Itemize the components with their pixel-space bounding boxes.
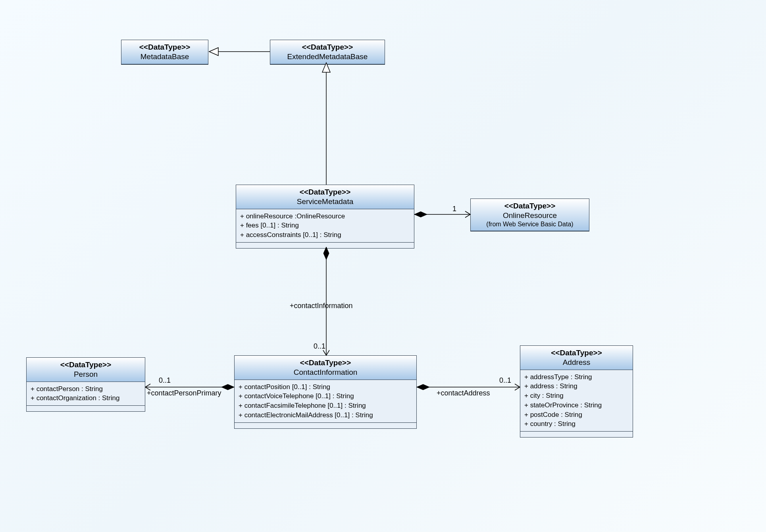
- class-name: Address: [524, 358, 629, 367]
- class-name: OnlineResource: [475, 211, 585, 220]
- stereotype: <<DataType>>: [524, 348, 629, 358]
- multiplicity-label: 1: [452, 205, 456, 213]
- class-name: ContactInformation: [239, 368, 412, 377]
- class-service-metadata: <<DataType>> ServiceMetadata + onlineRes…: [236, 185, 414, 249]
- role-label: +contactPersonPrimary: [147, 389, 221, 397]
- attr: + onlineResource :OnlineResource: [240, 212, 410, 221]
- diamond-composition: [417, 384, 429, 390]
- class-operations: [236, 243, 414, 248]
- class-address: <<DataType>> Address + addressType : Str…: [520, 345, 633, 438]
- attr: + addressType : String: [524, 372, 629, 382]
- class-name: ExtendedMetadataBase: [274, 52, 381, 62]
- attr: + contactPerson : String: [31, 384, 141, 394]
- attr: + accessConstraints [0..1] : String: [240, 230, 410, 240]
- class-online-resource: <<DataType>> OnlineResource (from Web Se…: [470, 199, 589, 231]
- class-attributes: + addressType : String + address : Strin…: [520, 370, 633, 432]
- class-metadata-base: <<DataType>> MetadataBase: [121, 40, 208, 65]
- connectors-layer: [0, 0, 766, 532]
- attr: + address : String: [524, 382, 629, 391]
- class-extended-metadata-base: <<DataType>> ExtendedMetadataBase: [270, 40, 385, 65]
- role-label: +contactAddress: [437, 389, 490, 397]
- stereotype: <<DataType>>: [240, 187, 410, 197]
- stereotype: <<DataType>>: [125, 42, 204, 52]
- arrowhead-open: [465, 211, 470, 218]
- class-from: (from Web Service Basic Data): [475, 220, 585, 228]
- class-contact-information: <<DataType>> ContactInformation + contac…: [234, 355, 417, 429]
- class-name: ServiceMetadata: [240, 197, 410, 206]
- stereotype: <<DataType>>: [31, 360, 141, 370]
- attr: + contactOrganization : String: [31, 393, 141, 403]
- attr: + stateOrProvince : String: [524, 401, 629, 410]
- multiplicity-label: 0..1: [499, 376, 511, 385]
- class-person: <<DataType>> Person + contactPerson : St…: [26, 357, 145, 412]
- class-operations: [235, 423, 416, 428]
- stereotype: <<DataType>>: [274, 42, 381, 52]
- class-operations: [27, 406, 145, 411]
- attr: + contactFacsimileTelephone [0..1] : Str…: [239, 401, 412, 411]
- attr: + country : String: [524, 419, 629, 429]
- attr: + postCode : String: [524, 410, 629, 420]
- attr: + contactPosition [0..1] : String: [239, 382, 412, 392]
- arrowhead-open: [515, 384, 520, 390]
- multiplicity-label: 0..1: [314, 342, 325, 351]
- multiplicity-label: 0..1: [159, 376, 171, 385]
- attr: + city : String: [524, 391, 629, 401]
- arrowhead-open: [323, 350, 329, 355]
- class-attributes: + contactPosition [0..1] : String + cont…: [235, 380, 416, 423]
- diamond-composition: [414, 212, 427, 217]
- attr: + contactElectronicMailAddress [0..1] : …: [239, 411, 412, 420]
- attr: + fees [0..1] : String: [240, 221, 410, 230]
- diamond-composition: [323, 247, 329, 260]
- attr: + contactVoiceTelephone [0..1] : String: [239, 391, 412, 401]
- arrowhead-generalization: [209, 48, 218, 56]
- role-label: +contactInformation: [290, 302, 353, 310]
- diamond-composition: [221, 384, 234, 390]
- stereotype: <<DataType>>: [239, 358, 412, 368]
- class-attributes: + contactPerson : String + contactOrgani…: [27, 382, 145, 406]
- class-name: Person: [31, 370, 141, 379]
- stereotype: <<DataType>>: [475, 201, 585, 211]
- class-attributes: + onlineResource :OnlineResource + fees …: [236, 209, 414, 243]
- class-operations: [520, 432, 633, 437]
- class-name: MetadataBase: [125, 52, 204, 62]
